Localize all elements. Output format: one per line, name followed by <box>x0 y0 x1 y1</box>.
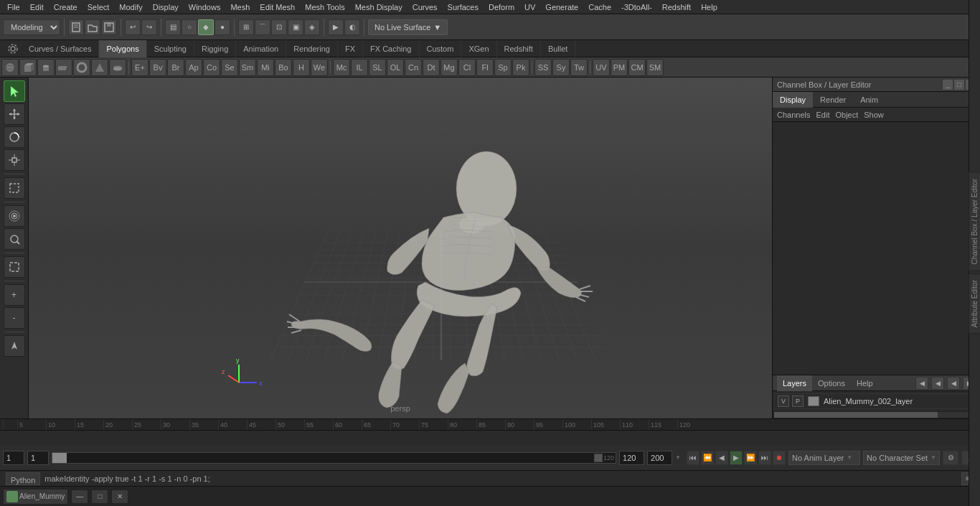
component-btn[interactable]: ◆ <box>198 19 214 35</box>
menu-curves[interactable]: Curves <box>408 0 442 14</box>
poly-cyl-btn[interactable] <box>37 59 55 76</box>
tab-animation[interactable]: Animation <box>236 40 286 57</box>
snap-curve-btn[interactable]: ⌒ <box>255 19 270 35</box>
timeline-settings-btn[interactable]: ⚙ <box>943 451 958 465</box>
cb-tab-anim[interactable]: Anim <box>853 92 885 108</box>
sym-btn[interactable]: Sy <box>552 59 570 76</box>
tab-sculpting[interactable]: Sculpting <box>147 40 194 57</box>
connect-btn[interactable]: Cn <box>405 59 422 76</box>
spin-btn[interactable]: Sp <box>494 59 512 76</box>
tab-custom[interactable]: Custom <box>420 40 462 57</box>
menu-generate[interactable]: Generate <box>541 0 583 14</box>
layer-next-btn[interactable]: ◀ <box>931 377 944 390</box>
new-scene-btn[interactable] <box>68 19 84 35</box>
panel-maximize-btn[interactable]: □ <box>954 80 964 90</box>
channel-box-layer-editor-tab[interactable]: Channel Box / Layer Editor <box>969 172 980 271</box>
layer-color-swatch[interactable] <box>808 396 819 406</box>
tab-xgen[interactable]: XGen <box>461 40 496 57</box>
open-scene-btn[interactable] <box>85 19 100 35</box>
poly-sphere-btn[interactable] <box>1 59 19 76</box>
tab-settings-btn[interactable] <box>4 40 22 57</box>
menu-select[interactable]: Select <box>83 0 114 14</box>
layers-scrollbar[interactable] <box>773 411 980 418</box>
tweak-btn[interactable]: Tw <box>570 59 588 76</box>
menu-surfaces[interactable]: Surfaces <box>443 0 483 14</box>
tab-redshift[interactable]: Redshift <box>497 40 541 57</box>
menu-create[interactable]: Create <box>50 0 82 14</box>
tab-rendering[interactable]: Rendering <box>286 40 338 57</box>
timeline-bar[interactable] <box>0 430 980 444</box>
hide-manipulator-btn[interactable]: - <box>4 307 25 329</box>
select-mode-btn[interactable]: ▤ <box>165 19 181 35</box>
multicut-btn[interactable]: Mc <box>333 59 350 76</box>
snap-point-btn[interactable]: ⊡ <box>271 19 287 35</box>
frame-slider-thumb[interactable] <box>52 453 67 463</box>
poke-btn[interactable]: Pk <box>512 59 529 76</box>
go-to-start-btn[interactable]: ⏮ <box>687 451 699 465</box>
cb-show-menu[interactable]: Show <box>864 111 884 119</box>
redo-btn[interactable]: ↪ <box>141 19 157 35</box>
menu-3dtoall[interactable]: -3DtoAll- <box>617 0 656 14</box>
workspace-dropdown[interactable]: Modeling <box>3 19 60 35</box>
timeline-track[interactable] <box>0 431 980 445</box>
taskbar-close-btn[interactable]: ✕ <box>111 489 128 504</box>
insert-edge-btn[interactable]: IL <box>351 59 368 76</box>
marquee-btn[interactable] <box>4 256 25 278</box>
mirror-btn[interactable]: Mi <box>257 59 274 76</box>
render-btn[interactable]: ▶ <box>328 19 344 35</box>
tab-rigging[interactable]: Rigging <box>194 40 236 57</box>
cb-edit-menu[interactable]: Edit <box>816 111 829 119</box>
extrude-btn[interactable]: E+ <box>131 59 149 76</box>
menu-edit-mesh[interactable]: Edit Mesh <box>255 0 299 14</box>
cb-tab-render[interactable]: Render <box>813 92 853 108</box>
taskbar-maya-item[interactable]: Alien_Mummy <box>3 489 68 505</box>
soft-select-btn[interactable] <box>4 205 25 227</box>
planar-map-btn[interactable]: PM <box>611 59 628 76</box>
tab-curves-surfaces[interactable]: Curves / Surfaces <box>22 40 99 57</box>
paint-sel-btn[interactable] <box>4 228 25 250</box>
soft-sel-btn[interactable]: SS <box>534 59 552 76</box>
rotate-tool-btn[interactable] <box>4 126 25 148</box>
menu-display[interactable]: Display <box>149 0 183 14</box>
paint-btn[interactable]: ● <box>215 19 230 35</box>
play-back-btn[interactable]: ◀ <box>715 451 728 465</box>
layer-vis-p-btn[interactable]: P <box>792 395 804 407</box>
taskbar-minimize-btn[interactable]: — <box>71 489 88 504</box>
go-to-end-btn[interactable]: ⏭ <box>758 451 771 465</box>
menu-windows[interactable]: Windows <box>184 0 225 14</box>
play-fwd-btn[interactable]: ▶ <box>730 451 743 465</box>
tab-fx[interactable]: FX <box>338 40 363 57</box>
move-tool-btn[interactable] <box>4 103 25 125</box>
anim-layer-dropdown[interactable]: No Anim Layer ▼ <box>788 451 860 465</box>
cylinder-map-btn[interactable]: CM <box>628 59 646 76</box>
tab-polygons[interactable]: Polygons <box>99 40 146 57</box>
separate-btn[interactable]: Se <box>221 59 238 76</box>
cb-object-menu[interactable]: Object <box>835 111 858 119</box>
scale-tool-btn[interactable] <box>4 149 25 171</box>
lasso-btn[interactable]: ○ <box>182 19 197 35</box>
append-poly-btn[interactable]: Ap <box>185 59 202 76</box>
flip-btn[interactable]: Fl <box>476 59 494 76</box>
menu-uv[interactable]: UV <box>520 0 540 14</box>
menu-mesh-display[interactable]: Mesh Display <box>351 0 407 14</box>
snap-grid-btn[interactable]: ⊞ <box>238 19 254 35</box>
boolean-btn[interactable]: Bo <box>275 59 292 76</box>
select-tool-btn[interactable] <box>4 80 25 102</box>
poly-cube-btn[interactable] <box>19 59 37 76</box>
menu-file[interactable]: File <box>3 0 24 14</box>
bevel-btn[interactable]: Bv <box>149 59 166 76</box>
layer-collapse-btn[interactable]: ◀ <box>947 377 960 390</box>
combine-btn[interactable]: Co <box>203 59 220 76</box>
poly-disk-btn[interactable] <box>109 59 126 76</box>
layers-scroll-track[interactable] <box>774 412 979 418</box>
spherical-map-btn[interactable]: SM <box>646 59 664 76</box>
step-fwd-btn[interactable]: ⏩ <box>744 451 757 465</box>
offset-edge-btn[interactable]: OL <box>387 59 404 76</box>
live-surface-btn[interactable]: No Live Surface ▼ <box>368 19 448 35</box>
frame-slider[interactable]: 120 <box>52 452 616 464</box>
hole-btn[interactable]: H <box>293 59 310 76</box>
tab-bullet[interactable]: Bullet <box>541 40 576 57</box>
menu-deform[interactable]: Deform <box>484 0 519 14</box>
frame-slider-end-btn[interactable] <box>594 454 603 462</box>
poly-torus-btn[interactable] <box>73 59 90 76</box>
